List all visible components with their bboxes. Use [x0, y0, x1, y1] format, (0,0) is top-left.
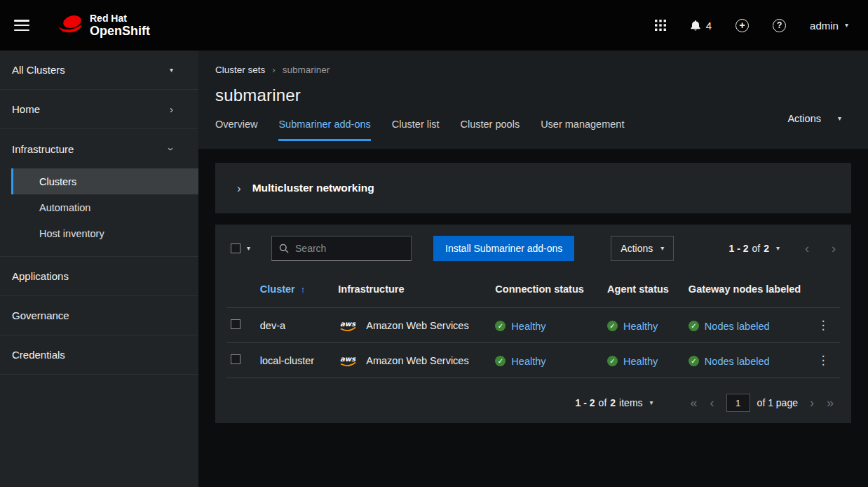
redhat-hat-icon	[56, 13, 84, 37]
caret-down-icon: ▾	[845, 22, 848, 29]
page-number-input[interactable]	[726, 394, 750, 412]
breadcrumb-separator-icon: ›	[272, 65, 275, 75]
status-label: Nodes labeled	[705, 321, 770, 332]
app-launcher-button[interactable]	[655, 20, 666, 31]
prev-page-button[interactable]: ‹	[704, 396, 721, 409]
actions-label: Actions	[787, 113, 821, 124]
install-submariner-button[interactable]: Install Submariner add-ons	[433, 236, 574, 261]
column-header-infrastructure: Infrastructure	[332, 281, 489, 308]
chevron-right-icon: ›	[237, 182, 241, 194]
sidebar-item-label: Clusters	[39, 176, 76, 187]
actions-label: Actions	[621, 243, 653, 254]
redhat-openshift-logo: Red Hat OpenShift	[56, 13, 150, 39]
prev-page-button[interactable]: ‹	[801, 242, 813, 255]
status-label: Healthy	[623, 356, 658, 367]
sidebar-item-host-inventory[interactable]: Host inventory	[0, 220, 198, 246]
bell-icon	[690, 20, 701, 32]
caret-down-icon: ▾	[650, 399, 653, 406]
sidebar-group-infrastructure: Infrastructure › Clusters Automation Hos…	[0, 129, 198, 257]
page-count-label: of 1 page	[757, 397, 798, 408]
pagination-menu-toggle[interactable]: 1 - 2 of 2 ▾	[728, 243, 780, 254]
next-page-button[interactable]: ›	[827, 242, 840, 255]
gateway-status-link[interactable]: ✓ Nodes labeled	[689, 321, 770, 332]
check-circle-icon: ✓	[689, 356, 699, 366]
pagination-total: 2	[764, 243, 769, 254]
first-page-button[interactable]: «	[684, 396, 704, 409]
agent-status-link[interactable]: ✓ Healthy	[607, 356, 658, 367]
notifications-button[interactable]: 4	[690, 20, 712, 32]
submariner-table-card: ▾ Install Submariner add-ons Actions	[215, 225, 851, 423]
infrastructure-label: Amazon Web Services	[366, 355, 468, 366]
gateway-status-cell: ✓ Nodes labeled	[683, 343, 806, 378]
row-checkbox[interactable]	[231, 354, 240, 364]
sidebar-item-governance[interactable]: Governance	[0, 296, 198, 335]
app-root: Red Hat OpenShift 4 +	[0, 0, 868, 487]
breadcrumb-link-cluster-sets[interactable]: Cluster sets	[215, 65, 265, 75]
infrastructure-cell: aws Amazon Web Services	[332, 343, 489, 378]
gateway-status-cell: ✓ Nodes labeled	[683, 308, 806, 343]
sidebar-item-home[interactable]: Home ›	[0, 90, 198, 129]
page-title: submariner	[215, 86, 851, 105]
aws-icon: aws	[338, 319, 359, 333]
plus-circle-icon: +	[735, 19, 749, 32]
last-page-button[interactable]: »	[820, 396, 840, 409]
column-header-agent-status: Agent status	[602, 281, 683, 308]
breadcrumb-current: submariner	[283, 65, 330, 75]
pagination-range: 1 - 2	[728, 243, 748, 254]
row-checkbox[interactable]	[231, 319, 240, 329]
pagination-items-label: items	[619, 397, 642, 408]
aws-icon: aws	[338, 354, 359, 368]
row-actions-cell: ⋮	[806, 343, 840, 378]
search-input[interactable]	[295, 243, 404, 254]
masthead: Red Hat OpenShift 4 +	[0, 0, 868, 51]
search-icon	[279, 244, 289, 253]
page-actions-dropdown[interactable]: Actions ▾	[787, 113, 841, 124]
tab-user-management[interactable]: User management	[541, 119, 624, 141]
sidebar-item-label: Applications	[12, 270, 69, 282]
connection-status-link[interactable]: ✓ Healthy	[495, 321, 545, 332]
bulk-select-checkbox[interactable]	[231, 244, 240, 253]
bulk-select-dropdown[interactable]: ▾	[226, 244, 255, 253]
table-row: local-cluster aws Amazon Web Services	[226, 343, 840, 378]
sidebar-item-applications[interactable]: Applications	[0, 257, 198, 296]
gateway-status-link[interactable]: ✓ Nodes labeled	[689, 356, 770, 367]
agent-status-link[interactable]: ✓ Healthy	[607, 321, 658, 332]
row-select-cell	[226, 308, 255, 343]
sidebar-item-credentials[interactable]: Credentials	[0, 335, 198, 375]
sidebar-nav: All Clusters ▾ Home › Infrastructure › C…	[0, 51, 198, 487]
nav-toggle-button[interactable]	[14, 20, 29, 31]
help-button[interactable]: ?	[773, 19, 786, 32]
toolbar-actions-dropdown[interactable]: Actions ▾	[611, 236, 674, 261]
connection-status-cell: ✓ Healthy	[489, 308, 602, 343]
chevron-right-icon: ›	[170, 104, 173, 114]
username-label: admin	[810, 20, 839, 32]
user-menu-button[interactable]: admin ▾	[810, 20, 848, 32]
tab-overview[interactable]: Overview	[215, 119, 257, 141]
tab-submariner-add-ons[interactable]: Submariner add-ons	[278, 119, 370, 141]
row-actions-cell: ⋮	[806, 308, 840, 343]
pagination-of: of	[599, 397, 607, 408]
connection-status-link[interactable]: ✓ Healthy	[495, 356, 545, 367]
brand-line1: Red Hat	[90, 13, 150, 24]
cluster-selector-label: All Clusters	[12, 64, 65, 76]
tab-cluster-pools[interactable]: Cluster pools	[461, 119, 520, 141]
check-circle-icon: ✓	[607, 356, 618, 366]
row-kebab-button[interactable]: ⋮	[818, 318, 829, 333]
column-sort-button[interactable]: Cluster ↑	[260, 283, 305, 295]
sidebar-item-clusters[interactable]: Clusters	[11, 168, 198, 194]
brand-line2: OpenShift	[90, 24, 150, 39]
next-page-button[interactable]: ›	[803, 396, 820, 409]
caret-down-icon: ▾	[838, 115, 841, 122]
row-kebab-button[interactable]: ⋮	[818, 353, 829, 368]
tab-cluster-list[interactable]: Cluster list	[392, 119, 440, 141]
items-per-page-toggle[interactable]: 1 - 2 of 2 items ▾	[576, 397, 653, 408]
column-header-connection-status: Connection status	[489, 281, 602, 308]
infrastructure-cell: aws Amazon Web Services	[332, 308, 489, 343]
quick-create-button[interactable]: +	[735, 19, 749, 32]
infrastructure-label: Amazon Web Services	[366, 320, 468, 331]
multicluster-networking-expandable[interactable]: › Multicluster networking	[215, 163, 851, 213]
sidebar-item-infrastructure[interactable]: Infrastructure ›	[0, 129, 198, 168]
table-header-row: Cluster ↑ Infrastructure Connection stat…	[226, 281, 840, 308]
cluster-selector-dropdown[interactable]: All Clusters ▾	[0, 51, 198, 90]
sidebar-item-automation[interactable]: Automation	[0, 194, 198, 220]
